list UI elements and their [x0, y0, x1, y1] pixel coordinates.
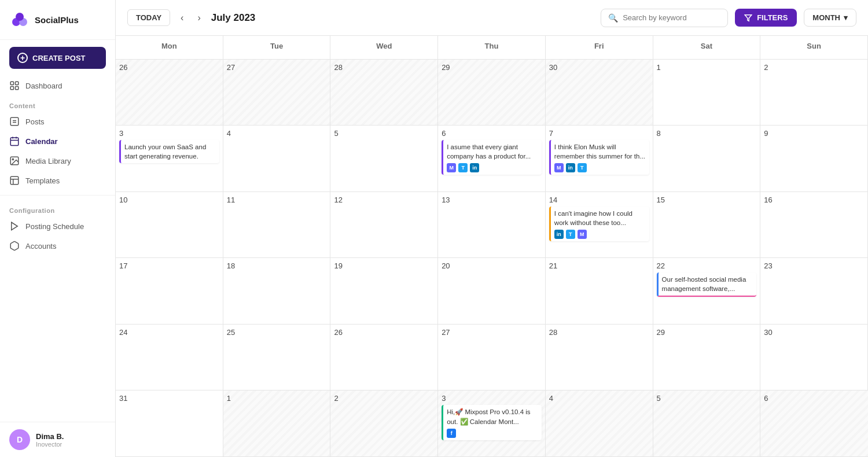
- search-input[interactable]: [623, 13, 720, 22]
- calendar-cell[interactable]: 3Launch your own SaaS and start generati…: [116, 126, 223, 192]
- cal-date-number: 3: [442, 394, 542, 403]
- calendar-header: TODAY ‹ › July 2023 🔍 FILTERS MONTH ▾: [116, 0, 868, 36]
- event-card[interactable]: I think Elon Musk will remember this sum…: [549, 140, 649, 175]
- calendar-cell[interactable]: 1: [223, 390, 331, 457]
- cal-date-number: 7: [549, 129, 649, 138]
- calendar-cell[interactable]: 6I asume that every giant company has a …: [438, 126, 546, 192]
- calendar-cell[interactable]: 26: [116, 60, 223, 126]
- sidebar-item-accounts[interactable]: Accounts: [0, 236, 115, 256]
- cal-date-number: 13: [442, 196, 542, 204]
- create-post-button[interactable]: + CREATE POST: [9, 47, 106, 69]
- day-header-fri: Fri: [546, 36, 653, 60]
- event-card[interactable]: Our self-hosted social media management …: [657, 272, 757, 297]
- sidebar-item-dashboard[interactable]: Dashboard: [0, 76, 115, 95]
- filters-button[interactable]: FILTERS: [735, 9, 797, 27]
- calendar-cell[interactable]: 2: [760, 60, 868, 126]
- calendar-cell[interactable]: 30: [760, 325, 868, 391]
- calendar-cell[interactable]: 15: [653, 192, 761, 259]
- event-card[interactable]: Hi,🚀 Mixpost Pro v0.10.4 is out. ✅ Calen…: [442, 405, 542, 440]
- sidebar-item-media-library[interactable]: Media Library: [0, 151, 115, 171]
- cal-date-number: 1: [657, 63, 757, 72]
- calendar-cell[interactable]: 2: [330, 390, 438, 457]
- cal-date-number: 6: [442, 129, 542, 138]
- calendar-cell[interactable]: 27: [438, 325, 546, 391]
- calendar-icon: [9, 136, 20, 146]
- day-header-wed: Wed: [330, 36, 438, 60]
- cal-date-number: 31: [119, 394, 219, 403]
- dashboard-icon: [9, 80, 20, 91]
- cal-date-number: 30: [549, 63, 649, 72]
- calendar-cell[interactable]: 24: [116, 325, 223, 391]
- calendar-cell[interactable]: 30: [546, 60, 653, 126]
- calendar-cell[interactable]: 12: [330, 192, 438, 259]
- calendar-cell[interactable]: 18: [223, 258, 331, 325]
- filters-label: FILTERS: [757, 13, 788, 22]
- linkedin-icon: in: [470, 163, 479, 172]
- create-post-label: CREATE POST: [32, 54, 86, 62]
- calendar-cell[interactable]: 31: [116, 390, 223, 457]
- calendar-cell[interactable]: 8: [653, 126, 761, 192]
- svg-point-2: [16, 13, 24, 21]
- calendar-cell[interactable]: 22Our self-hosted social media managemen…: [653, 258, 761, 325]
- cal-date-number: 19: [334, 261, 434, 270]
- linkedin-icon: in: [554, 230, 564, 239]
- calendar-cell[interactable]: 7I think Elon Musk will remember this su…: [546, 126, 653, 192]
- calendar-cell[interactable]: 19: [330, 258, 438, 325]
- event-card[interactable]: I can't imagine how I could work without…: [549, 207, 649, 241]
- calendar-cell[interactable]: 26: [330, 325, 438, 391]
- event-card[interactable]: Launch your own SaaS and start generatin…: [119, 140, 219, 163]
- calendar-cell[interactable]: 10: [116, 192, 223, 259]
- twitter-icon: T: [566, 230, 575, 239]
- calendar-cell[interactable]: 3Hi,🚀 Mixpost Pro v0.10.4 is out. ✅ Cale…: [438, 390, 546, 457]
- logo-icon: [9, 9, 30, 30]
- cal-date-number: 20: [442, 261, 542, 270]
- svg-point-15: [12, 159, 13, 160]
- calendar-cell[interactable]: 4: [223, 126, 331, 192]
- cal-date-number: 29: [442, 63, 542, 72]
- cal-date-number: 16: [764, 196, 864, 204]
- main-content: TODAY ‹ › July 2023 🔍 FILTERS MONTH ▾ Mo…: [116, 0, 868, 457]
- cal-date-number: 26: [334, 328, 434, 337]
- calendar-cell[interactable]: 13: [438, 192, 546, 259]
- calendar-cell[interactable]: 28: [546, 325, 653, 391]
- cal-date-number: 14: [549, 196, 649, 204]
- calendar-cell[interactable]: 29: [653, 325, 761, 391]
- calendar-cell[interactable]: 21: [546, 258, 653, 325]
- calendar-cell[interactable]: 5: [330, 126, 438, 192]
- cal-date-number: 21: [549, 261, 649, 270]
- calendar-cell[interactable]: 5: [653, 390, 761, 457]
- calendar-cell[interactable]: 29: [438, 60, 546, 126]
- sidebar-item-templates[interactable]: Templates: [0, 171, 115, 190]
- today-button[interactable]: TODAY: [127, 9, 170, 26]
- next-month-button[interactable]: ›: [194, 10, 204, 25]
- event-icons: MinT: [554, 163, 646, 172]
- calendar-cell[interactable]: 4: [546, 390, 653, 457]
- svg-rect-3: [10, 82, 13, 84]
- twitter-icon: T: [458, 163, 468, 172]
- calendar-cell[interactable]: 6: [760, 390, 868, 457]
- month-view-button[interactable]: MONTH ▾: [804, 9, 856, 27]
- calendar-cell[interactable]: 25: [223, 325, 331, 391]
- logo-area: SocialPlus: [0, 0, 115, 40]
- cal-date-number: 9: [764, 129, 864, 138]
- calendar-cell[interactable]: 1: [653, 60, 761, 126]
- calendar-cell[interactable]: 28: [330, 60, 438, 126]
- sidebar-item-posting-schedule[interactable]: Posting Schedule: [0, 216, 115, 236]
- chevron-down-icon: ▾: [844, 13, 848, 22]
- sidebar-item-calendar[interactable]: Calendar: [0, 131, 115, 151]
- calendar-cell[interactable]: 23: [760, 258, 868, 325]
- calendar-cell[interactable]: 16: [760, 192, 868, 259]
- calendar-cell[interactable]: 11: [223, 192, 331, 259]
- month-btn-label: MONTH: [812, 13, 840, 22]
- event-icons: inTM: [554, 230, 646, 239]
- event-card[interactable]: I asume that every giant company has a p…: [442, 140, 542, 175]
- calendar-cell[interactable]: 20: [438, 258, 546, 325]
- sidebar-item-posts[interactable]: Posts: [0, 112, 115, 131]
- calendar-cell[interactable]: 14I can't imagine how I could work witho…: [546, 192, 653, 259]
- calendar-cell[interactable]: 27: [223, 60, 331, 126]
- twitter-icon: T: [578, 163, 587, 172]
- prev-month-button[interactable]: ‹: [177, 10, 187, 25]
- calendar-cell[interactable]: 9: [760, 126, 868, 192]
- cal-date-number: 12: [334, 196, 434, 204]
- calendar-cell[interactable]: 17: [116, 258, 223, 325]
